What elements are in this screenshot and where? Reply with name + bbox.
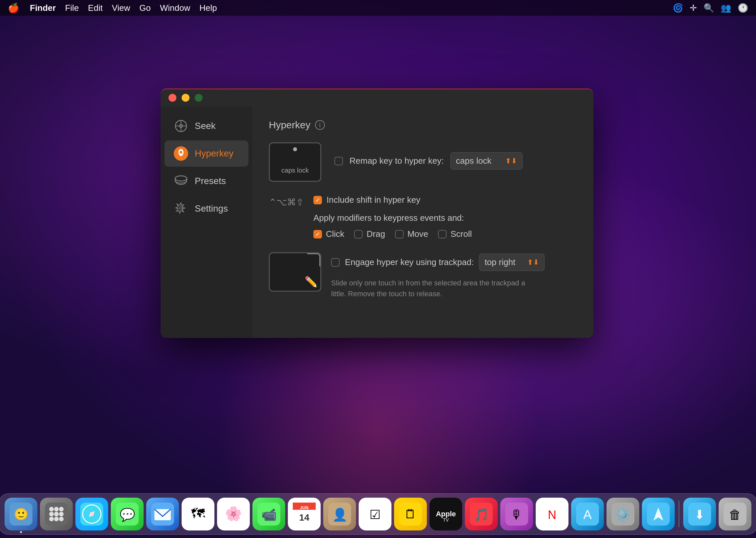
remap-dropdown-value: caps lock — [456, 156, 492, 166]
dock-item-safari[interactable] — [75, 498, 108, 530]
dock-item-tv[interactable]: Apple TV — [430, 498, 462, 530]
svg-point-12 — [59, 507, 64, 511]
checkboxes-row: ✓ Click Drag Move — [313, 229, 577, 239]
dock-divider — [679, 501, 679, 527]
drag-option[interactable]: Drag — [354, 229, 385, 239]
dock-item-altimeter[interactable] — [642, 498, 675, 530]
presets-label: Presets — [195, 176, 226, 186]
click-checkbox[interactable]: ✓ — [313, 230, 322, 239]
menubar-right: 🌀 ✛ 🔍 👥 🕐 — [673, 3, 748, 13]
trackpad-options: Engage hyper key using trackpad: top rig… — [331, 252, 577, 299]
settings-icon — [174, 201, 188, 216]
dock-item-photos[interactable]: 🌸 — [217, 498, 250, 530]
remap-label: Remap key to hyper key: — [350, 156, 444, 166]
search-icon[interactable]: 🔍 — [704, 3, 714, 13]
svg-text:N: N — [548, 508, 556, 521]
scroll-label: Scroll — [450, 229, 472, 239]
menubar-file[interactable]: File — [65, 3, 79, 13]
window-body: Seek Hyperkey — [161, 106, 593, 338]
dock-item-reminders[interactable]: ☑ — [359, 498, 392, 530]
scroll-checkbox[interactable] — [438, 230, 447, 239]
menubar-window[interactable]: Window — [160, 3, 190, 13]
dock-container: 🙂 — [0, 493, 756, 535]
dock-item-podcasts[interactable]: 🎙 — [500, 498, 533, 530]
sidebar-item-presets[interactable]: Presets — [165, 168, 249, 194]
include-shift-label: Include shift in hyper key — [326, 195, 420, 205]
dock-item-sysprefs[interactable]: ⚙️ — [606, 498, 639, 530]
window-minimize-button[interactable] — [182, 94, 189, 102]
cursor-icon[interactable]: ✛ — [690, 3, 697, 13]
remap-section: Remap key to hyper key: caps lock ⬆⬇ — [334, 142, 523, 170]
presets-icon — [174, 174, 188, 188]
svg-text:☑: ☑ — [369, 508, 381, 521]
scrobbles-icon[interactable]: 🌀 — [673, 3, 683, 13]
modifiers-options: ✓ Include shift in hyper key Apply modif… — [313, 195, 577, 239]
dock-item-notes[interactable]: 🗒 — [394, 498, 427, 530]
svg-text:🗑: 🗑 — [729, 508, 741, 521]
remap-key-dropdown[interactable]: caps lock ⬆⬇ — [450, 152, 523, 170]
dock-item-appstore[interactable]: A — [571, 498, 604, 530]
menubar-app-name[interactable]: Finder — [30, 3, 56, 13]
engage-dropdown-value: top right — [485, 257, 515, 267]
remap-checkbox[interactable] — [334, 157, 343, 165]
apple-menu[interactable]: 🍎 — [8, 3, 19, 14]
dock-item-downloads[interactable]: ⬇ — [683, 498, 716, 530]
svg-text:TV: TV — [443, 517, 449, 522]
dock-item-messages[interactable]: 💬 — [111, 498, 144, 530]
svg-text:Apple: Apple — [436, 510, 456, 518]
svg-text:🌸: 🌸 — [225, 506, 242, 522]
modifiers-row: ⌃⌥⌘⇧ ✓ Include shift in hyper key Apply … — [269, 195, 577, 239]
drag-label: Drag — [366, 229, 385, 239]
menubar-help[interactable]: Help — [199, 3, 217, 13]
window-titlebar — [161, 89, 593, 106]
svg-text:🗒: 🗒 — [404, 507, 417, 521]
sidebar-item-seek[interactable]: Seek — [165, 113, 249, 139]
drag-checkbox[interactable] — [354, 230, 362, 239]
dock-item-maps[interactable]: 🗺 — [182, 498, 214, 530]
dock-item-contacts[interactable]: 👤 — [323, 498, 356, 530]
seek-icon — [174, 119, 188, 133]
dock-item-finder[interactable]: 🙂 — [5, 498, 37, 530]
engage-label: Engage hyper key using trackpad: — [345, 257, 474, 267]
svg-point-16 — [49, 517, 54, 521]
click-label: Click — [326, 229, 344, 239]
menubar-go[interactable]: Go — [139, 3, 151, 13]
sidebar-item-hyperkey[interactable]: Hyperkey — [165, 140, 249, 167]
dock-item-launchpad[interactable] — [40, 498, 73, 530]
svg-text:🎵: 🎵 — [474, 507, 490, 522]
dock-item-facetime[interactable]: 📹 — [253, 498, 285, 530]
click-option[interactable]: ✓ Click — [313, 229, 344, 239]
include-shift-checkbox[interactable]: ✓ — [313, 196, 322, 204]
window-close-button[interactable] — [168, 94, 176, 102]
dock-item-music[interactable]: 🎵 — [465, 498, 498, 530]
people-icon[interactable]: 👥 — [721, 3, 731, 13]
svg-point-17 — [54, 517, 59, 521]
menubar-edit[interactable]: Edit — [88, 3, 103, 13]
svg-text:📹: 📹 — [261, 507, 277, 522]
menubar-view[interactable]: View — [112, 3, 130, 13]
trackpad-pen-icon: ✏️ — [305, 276, 318, 288]
sidebar-item-settings[interactable]: Settings — [165, 195, 249, 222]
window-maximize-button[interactable] — [195, 94, 203, 102]
clock-icon[interactable]: 🕐 — [738, 3, 748, 13]
dock-item-news[interactable]: N — [536, 498, 568, 530]
trackpad-section: ✏️ Engage hyper key using trackpad: top … — [269, 252, 577, 299]
trackpad-corner-marker — [307, 253, 320, 266]
info-icon-button[interactable]: i — [315, 120, 325, 130]
apply-modifiers-label: Apply modifiers to keypress events and: — [313, 213, 577, 223]
dock-item-trash[interactable]: 🗑 — [719, 498, 751, 530]
engage-trackpad-dropdown[interactable]: top right ⬆⬇ — [479, 253, 544, 271]
dock: 🙂 — [0, 493, 756, 535]
move-checkbox[interactable] — [395, 230, 403, 239]
section-title-row: Hyperkey i — [269, 119, 577, 131]
menubar: 🍎 Finder File Edit View Go Window Help 🌀… — [0, 0, 756, 16]
dock-item-calendar[interactable]: 14 JUN — [288, 498, 321, 530]
dock-item-mail[interactable] — [146, 498, 179, 530]
hyperkey-label: Hyperkey — [195, 148, 233, 159]
svg-text:⚙️: ⚙️ — [615, 507, 631, 522]
modifier-keys-display: ⌃⌥⌘⇧ — [269, 197, 304, 208]
modifier-symbols: ⌃⌥⌘⇧ — [269, 197, 304, 208]
engage-checkbox[interactable] — [331, 258, 340, 267]
scroll-option[interactable]: Scroll — [438, 229, 472, 239]
move-option[interactable]: Move — [395, 229, 429, 239]
